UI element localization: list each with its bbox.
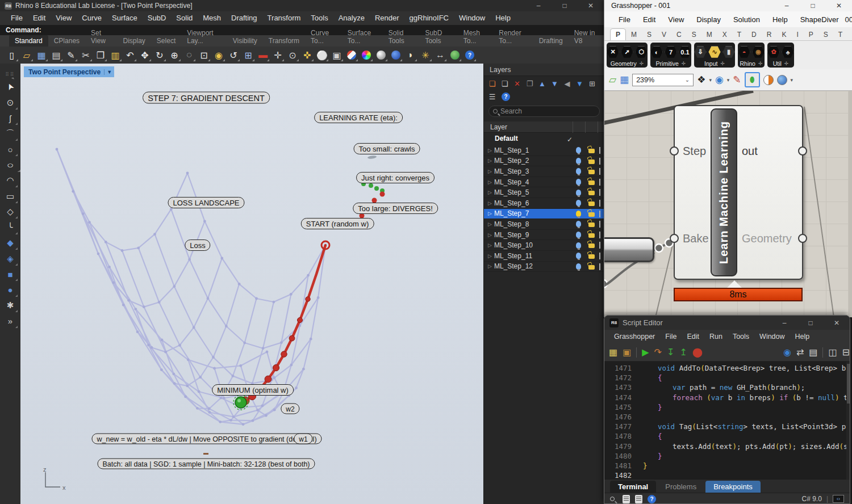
menu-window[interactable]: Window — [454, 11, 490, 25]
save-icon[interactable]: ▦ — [35, 48, 48, 62]
package-icon[interactable]: ▣ — [623, 347, 631, 358]
code-line-1478[interactable]: 1478{ — [604, 431, 846, 441]
menu-ggrhinoifc[interactable]: ggRhinoIFC — [404, 11, 454, 25]
vector-param-icon[interactable]: ➚ — [621, 46, 633, 58]
chevron-down-icon[interactable]: ▾ — [791, 77, 793, 83]
expand-triangle-icon[interactable]: ▷ — [488, 179, 492, 185]
earth-icon[interactable] — [448, 48, 462, 62]
layers-search-input[interactable]: Search — [488, 106, 600, 117]
spiral-icon[interactable]: ◉ — [752, 46, 765, 58]
layer-material-swatch[interactable] — [599, 200, 600, 207]
layer-row-default[interactable]: Default ✓ — [484, 133, 604, 144]
toolbar-tab-curve-to-[interactable]: Curve To... — [305, 27, 342, 47]
layer-row-ml_step_3[interactable]: ▷ML_Step_3 — [484, 166, 604, 177]
chevron-down-icon[interactable]: ▾ — [709, 77, 712, 83]
layer-visibility-bulb-icon[interactable] — [576, 200, 581, 206]
layer-row-ml_step_6[interactable]: ▷ML_Step_6 — [484, 198, 604, 209]
save-icon[interactable]: ▦ — [609, 347, 617, 358]
gh-category-tab-14-s[interactable]: S — [818, 29, 833, 40]
number-slider-component[interactable] — [604, 237, 654, 262]
new-file-icon[interactable]: ▯ — [5, 48, 19, 62]
grid-icon[interactable]: ⊞ — [587, 79, 597, 89]
boolean-param-icon[interactable]: ◐ — [650, 46, 663, 58]
layer-lock-icon[interactable] — [588, 201, 595, 206]
gh-category-tab-13-p[interactable]: P — [804, 29, 818, 40]
more-chevron-icon[interactable]: » — [3, 314, 18, 329]
curve-icon[interactable]: ʃ — [3, 111, 18, 125]
layer-lock-icon[interactable] — [588, 265, 595, 270]
output-nub-geometry[interactable] — [798, 234, 807, 243]
code-line-1481[interactable]: 1481} — [604, 461, 846, 471]
fillet-icon[interactable]: ╰ — [3, 220, 18, 235]
gumball-icon[interactable]: ✜ — [300, 48, 314, 62]
open-file-icon[interactable]: ▱ — [20, 48, 34, 62]
layer-row-ml_step_2[interactable]: ▷ML_Step_2 — [484, 156, 604, 167]
gh-category-tab-4-c[interactable]: C — [671, 29, 687, 40]
se-tab-terminal[interactable]: Terminal — [610, 481, 656, 493]
move-up-icon[interactable]: ▲ — [537, 79, 547, 89]
move-icon[interactable]: ✛ — [271, 48, 285, 62]
preview-eye-icon[interactable]: ◉ — [715, 74, 724, 86]
layer-material-swatch[interactable] — [599, 232, 600, 238]
se-menu-tools[interactable]: Tools — [728, 333, 754, 341]
layer-lock-icon[interactable] — [588, 212, 595, 217]
chevron-down-icon[interactable]: ⌄ — [685, 77, 690, 83]
layer-row-ml_step_11[interactable]: ▷ML_Step_11 — [484, 251, 604, 262]
toolbar-tab-display[interactable]: Display — [118, 35, 151, 47]
gh-menu-view[interactable]: View — [662, 15, 690, 24]
slider-icon[interactable]: ⇩ — [694, 46, 707, 58]
toolbar-tab-viewport-lay-[interactable]: Viewport Lay... — [181, 27, 227, 47]
select-arrow-icon[interactable]: ➤ — [1, 77, 20, 97]
gh-category-tab-15-t[interactable]: T — [833, 29, 847, 40]
learn-machine-learning-component[interactable]: Step Bake out Geometry Learn Machine Lea… — [674, 105, 803, 280]
menu-solid[interactable]: Solid — [171, 11, 198, 25]
chevron-down-icon[interactable]: ▾ — [727, 77, 730, 83]
grasshopper-canvas[interactable]: Step Bake out Geometry Learn Machine Lea… — [604, 91, 852, 317]
se-menu-grasshopper[interactable]: Grasshopper — [609, 333, 660, 341]
output-nub-out[interactable] — [798, 146, 807, 156]
gh-category-tab-8-t[interactable]: T — [732, 29, 746, 40]
display-shield-icon[interactable] — [345, 48, 358, 62]
se-menu-run[interactable]: Run — [704, 333, 728, 341]
layer-material-swatch[interactable] — [599, 158, 600, 165]
toolbar-tab-render-to-[interactable]: Render To... — [493, 27, 533, 47]
layer-material-swatch[interactable] — [599, 221, 600, 228]
panel-icon[interactable]: ▮ — [722, 46, 735, 58]
circle-icon[interactable]: ○ — [3, 142, 18, 157]
layer-lock-icon[interactable] — [588, 180, 595, 185]
gh-category-tab-3-v[interactable]: V — [657, 29, 671, 40]
gh-category-tab-1-m[interactable]: M — [626, 29, 642, 40]
layer-lock-icon[interactable] — [588, 191, 595, 195]
zoom-level-combobox[interactable]: 239% ⌄ — [632, 74, 694, 86]
layer-visibility-bulb-icon[interactable] — [576, 263, 581, 270]
annotate-icon[interactable]: ✎ — [64, 48, 78, 62]
layer-visibility-bulb-icon[interactable] — [576, 211, 581, 217]
toolbar-tab-new-in-v8[interactable]: New in V8 — [569, 27, 604, 47]
render-sphere-icon[interactable] — [389, 48, 403, 62]
undo-view-icon[interactable]: ↺ — [227, 48, 240, 62]
delete-layer-icon[interactable]: ✕ — [512, 79, 522, 89]
layers-help-icon[interactable]: ? — [502, 93, 510, 101]
editor-scrollbar[interactable] — [846, 362, 850, 480]
new-sublayer-icon[interactable]: ❏ — [500, 79, 509, 89]
help-icon[interactable]: ? — [648, 495, 656, 503]
rhino-minimize-button[interactable]: – — [525, 0, 552, 11]
rhino-close-button[interactable]: ✕ — [578, 0, 604, 11]
layer-visibility-bulb-icon[interactable] — [576, 190, 581, 196]
expand-triangle-icon[interactable]: ▷ — [488, 158, 492, 163]
rhino-maximize-button[interactable]: □ — [552, 0, 578, 11]
move-down-icon[interactable]: ▼ — [550, 79, 559, 89]
se-menu-help[interactable]: Help — [790, 333, 815, 341]
step-over-icon[interactable]: ↷ — [654, 347, 662, 358]
toolbar-tab-select[interactable]: Select — [151, 35, 181, 47]
color-wheel-icon[interactable] — [360, 48, 373, 62]
search-icon[interactable] — [610, 497, 615, 501]
code-line-1475[interactable]: 1475} — [604, 402, 846, 412]
canvas-scrollbar[interactable] — [849, 91, 852, 317]
settings-file-icon[interactable] — [635, 495, 642, 503]
options-gear-icon[interactable]: ✳ — [419, 48, 432, 62]
toolbar-tab-drafting[interactable]: Drafting — [533, 35, 569, 47]
toolbar-tab-mesh-to-[interactable]: Mesh To... — [458, 27, 494, 47]
step-into-icon[interactable]: ↧ — [667, 347, 674, 358]
expand-triangle-icon[interactable]: ▷ — [488, 211, 492, 216]
